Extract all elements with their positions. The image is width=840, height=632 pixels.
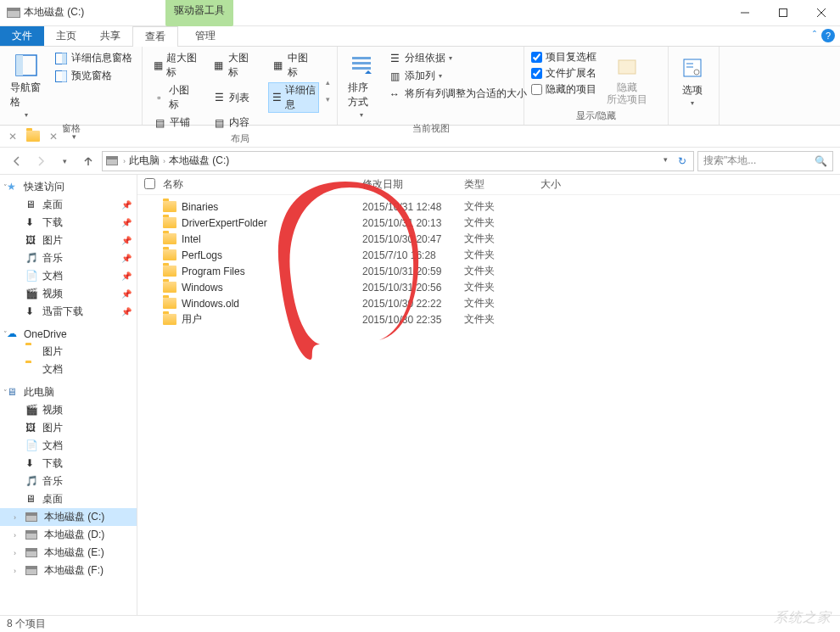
file-list-area: 名称 修改日期 类型 大小 Binaries2015/10/31 12:48文件… (137, 175, 840, 615)
file-row[interactable]: Windows2015/10/31 20:56文件夹 (137, 279, 840, 295)
content-icon: ▤ (212, 116, 226, 130)
chevron-right-icon[interactable]: › (163, 157, 165, 165)
back-button[interactable] (7, 151, 27, 171)
view-list[interactable]: ☰列表 (209, 82, 260, 113)
view-m-icons[interactable]: ▦中图标 (268, 50, 319, 81)
file-row[interactable]: Intel2015/10/30 20:47文件夹 (137, 231, 840, 247)
col-name[interactable]: 名称 (163, 177, 362, 192)
file-row[interactable]: PerfLogs2015/7/10 16:28文件夹 (137, 247, 840, 263)
nav-quick-item[interactable]: 🖼图片📌 (0, 232, 137, 249)
file-row[interactable]: Windows.old2015/10/30 22:22文件夹 (137, 295, 840, 311)
tab-share[interactable]: 共享 (88, 26, 132, 46)
nav-quick-item[interactable]: 🎵音乐📌 (0, 249, 137, 267)
tab-view[interactable]: 查看 (132, 26, 178, 47)
m-icons-icon: ▦ (272, 59, 284, 72)
nav-pc-item[interactable]: 📄文档 (0, 437, 137, 455)
nav-quick-item[interactable]: ⬇迅雷下载📌 (0, 303, 137, 321)
tab-manage[interactable]: 管理 (183, 26, 227, 46)
nav-onedrive[interactable]: ˅☁OneDrive (0, 326, 137, 343)
svg-rect-9 (62, 70, 67, 81)
add-columns-button[interactable]: ▥添加列 ▾ (385, 68, 529, 84)
chevron-right-icon[interactable]: › (123, 157, 126, 165)
drive-icon (25, 566, 37, 575)
view-content[interactable]: ▤内容 (209, 115, 260, 131)
window-title: 本地磁盘 (C:) (24, 5, 84, 20)
crumb-drive[interactable]: 本地磁盘 (C:) (167, 154, 231, 168)
nav-drive-item[interactable]: ›本地磁盘 (C:) (0, 508, 137, 526)
status-bar: 8 个项目 (0, 615, 840, 632)
collapse-ribbon-icon[interactable]: ˆ (813, 30, 816, 42)
nav-quick-item[interactable]: 🎬视频📌 (0, 285, 137, 303)
search-input[interactable]: 搜索"本地... 🔍 (697, 151, 833, 171)
minimize-button[interactable] (725, 0, 764, 25)
delete-icon[interactable]: ✕ (46, 129, 61, 144)
refresh-icon[interactable]: ↻ (675, 155, 690, 167)
dropdown-icon[interactable]: ▾ (658, 155, 673, 167)
nav-this-pc[interactable]: ˅🖥此电脑 (0, 383, 137, 401)
nav-onedrive-item[interactable]: 图片 (0, 343, 137, 361)
folder-icon (163, 282, 176, 293)
svg-rect-12 (352, 67, 371, 70)
file-ext-toggle[interactable]: 文件扩展名 (531, 66, 596, 81)
folder-icon (25, 345, 39, 359)
forward-button[interactable] (31, 151, 51, 171)
item-checkboxes-toggle[interactable]: 项目复选框 (531, 50, 596, 64)
group-by-icon: ☰ (388, 52, 401, 65)
nav-pc-item[interactable]: 🖥桌面 (0, 490, 137, 508)
file-row[interactable]: Program Files2015/10/31 20:59文件夹 (137, 263, 840, 279)
folder-icon (163, 298, 176, 309)
dropdown-icon[interactable]: ▾ (66, 129, 81, 144)
file-row[interactable]: Binaries2015/10/31 12:48文件夹 (137, 199, 840, 215)
help-icon[interactable]: ? (821, 29, 835, 42)
file-list: Binaries2015/10/31 12:48文件夹DriverExpertF… (137, 195, 840, 331)
nav-quick-item[interactable]: ⬇下载📌 (0, 214, 137, 232)
hide-selected-button[interactable]: 隐藏 所选项目 (603, 50, 651, 108)
preview-pane-button[interactable]: 预览窗格 (52, 68, 135, 84)
col-date[interactable]: 修改日期 (362, 177, 464, 192)
sort-button[interactable]: 排序方式 ▾ (344, 50, 378, 120)
col-size[interactable]: 大小 (540, 177, 608, 192)
folder-icon[interactable] (25, 129, 41, 144)
nav-pane-button[interactable]: 导航窗格 ▾ (7, 50, 45, 120)
nav-onedrive-item[interactable]: 文档 (0, 361, 137, 378)
nav-pc-item[interactable]: 🖼图片 (0, 419, 137, 437)
fit-columns-button[interactable]: ↔将所有列调整为合适的大小 (385, 86, 529, 102)
view-details[interactable]: ☰详细信息 (268, 82, 319, 113)
nav-drive-item[interactable]: ›本地磁盘 (D:) (0, 526, 137, 544)
nav-quick-item[interactable]: 🖥桌面📌 (0, 196, 137, 214)
tab-home[interactable]: 主页 (44, 26, 88, 46)
view-tiles[interactable]: ▤平铺 (149, 115, 200, 131)
nav-pc-item[interactable]: ⬇下载 (0, 455, 137, 473)
group-by-button[interactable]: ☰分组依据 ▾ (385, 50, 529, 66)
column-headers[interactable]: 名称 修改日期 类型 大小 (137, 175, 840, 195)
nav-drive-item[interactable]: ›本地磁盘 (E:) (0, 544, 137, 562)
close-button[interactable] (802, 0, 840, 25)
up-button[interactable] (78, 151, 98, 171)
crumb-pc[interactable]: 此电脑 (127, 154, 161, 168)
nav-quick-access[interactable]: ˅★快速访问 (0, 178, 137, 196)
view-xl-icons[interactable]: ▦超大图标 (149, 50, 200, 81)
nav-pc-item[interactable]: 🎵音乐 (0, 473, 137, 490)
maximize-button[interactable] (764, 0, 802, 25)
detail-pane-button[interactable]: 详细信息窗格 (52, 50, 135, 66)
select-all-checkbox[interactable] (144, 178, 155, 189)
recent-button[interactable]: ▾ (54, 151, 75, 171)
file-row[interactable]: 用户2015/10/30 22:35文件夹 (137, 311, 840, 327)
context-tab-drive-tools[interactable]: 驱动器工具 (165, 0, 233, 26)
navigation-pane[interactable]: ˅★快速访问 🖥桌面📌⬇下载📌🖼图片📌🎵音乐📌📄文档📌🎬视频📌⬇迅雷下载📌 ˅☁… (0, 175, 137, 615)
view-l-icons[interactable]: ▦大图标 (209, 50, 260, 81)
nav-pc-item[interactable]: 🎬视频 (0, 401, 137, 419)
file-row[interactable]: DriverExpertFolder2015/10/31 20:13文件夹 (137, 215, 840, 231)
nav-quick-item[interactable]: 📄文档📌 (0, 267, 137, 285)
folder-icon (163, 233, 176, 244)
nav-drive-item[interactable]: ›本地磁盘 (F:) (0, 562, 137, 579)
options-button[interactable]: 选项 ▾ (675, 50, 709, 110)
folder-icon (163, 266, 176, 277)
tab-file[interactable]: 文件 (0, 26, 44, 46)
hidden-items-toggle[interactable]: 隐藏的项目 (531, 82, 596, 97)
back-icon[interactable]: ✕ (5, 129, 20, 144)
col-type[interactable]: 类型 (464, 177, 540, 192)
svg-rect-7 (62, 53, 67, 64)
view-s-icons[interactable]: ▫小图标 (149, 82, 200, 113)
breadcrumb-box[interactable]: › 此电脑 › 本地磁盘 (C:) ▾ ↻ (102, 151, 694, 171)
